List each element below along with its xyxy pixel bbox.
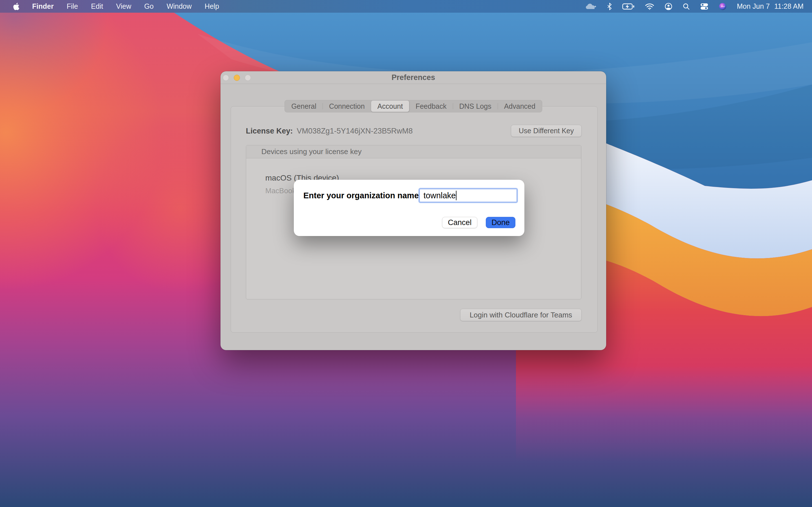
window-titlebar[interactable]: Preferences (220, 71, 606, 84)
license-key-label: License Key: (246, 127, 293, 135)
wifi-icon[interactable] (645, 3, 654, 10)
menu-item-file[interactable]: File (66, 2, 78, 10)
menu-item-view[interactable]: View (116, 2, 132, 10)
organization-input-value: townlake (423, 191, 456, 200)
tab-dns-logs[interactable]: DNS Logs (453, 101, 498, 112)
license-key-row: License Key: VM038Zg1-5Y146jXN-23B5RwM8 … (246, 125, 581, 137)
apple-menu-icon[interactable] (12, 3, 19, 10)
devices-panel-header: Devices using your license key (246, 145, 581, 158)
tab-feedback[interactable]: Feedback (409, 101, 453, 112)
window-title: Preferences (220, 71, 606, 84)
text-caret (456, 191, 456, 200)
menu-item-window[interactable]: Window (167, 2, 192, 10)
menu-item-finder[interactable]: Finder (32, 2, 54, 10)
organization-prompt-label: Enter your organization name: (303, 191, 421, 200)
menu-item-help[interactable]: Help (205, 2, 219, 10)
tab-connection[interactable]: Connection (323, 101, 371, 112)
battery-charging-icon[interactable] (622, 3, 635, 10)
spotlight-search-icon[interactable] (682, 3, 690, 10)
menu-bar-clock[interactable]: Mon Jun 7 11:28 AM (737, 2, 804, 10)
cloudflare-cloud-icon[interactable] (585, 3, 597, 10)
tab-advanced[interactable]: Advanced (498, 101, 542, 112)
use-different-key-button[interactable]: Use Different Key (511, 125, 581, 137)
organization-name-input[interactable]: townlake (419, 189, 517, 202)
bluetooth-icon[interactable] (607, 3, 612, 10)
menu-item-go[interactable]: Go (144, 2, 154, 10)
clock-time: 11:28 AM (774, 2, 804, 10)
clock-date: Mon Jun 7 (737, 2, 770, 10)
tab-general[interactable]: General (285, 101, 322, 112)
cancel-button[interactable]: Cancel (442, 217, 477, 228)
tab-account[interactable]: Account (371, 101, 409, 112)
license-key-value: VM038Zg1-5Y146jXN-23B5RwM8 (297, 127, 413, 135)
menu-item-edit[interactable]: Edit (91, 2, 103, 10)
menu-bar: Finder File Edit View Go Window Help (0, 0, 812, 13)
preferences-tabbar: General Connection Account Feedback DNS … (285, 100, 542, 112)
organization-name-dialog: Enter your organization name: townlake C… (294, 180, 524, 236)
siri-icon[interactable] (719, 3, 726, 10)
done-button[interactable]: Done (486, 217, 515, 228)
user-account-icon[interactable] (665, 3, 672, 10)
control-center-icon[interactable] (700, 3, 709, 10)
login-with-cloudflare-teams-button[interactable]: Login with Cloudflare for Teams (460, 309, 581, 321)
